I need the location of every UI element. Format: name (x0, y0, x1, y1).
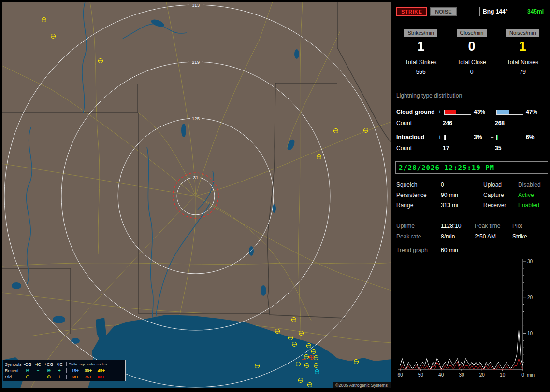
legend-col-pcg: +CG (43, 362, 54, 367)
svg-text:10: 10 (500, 372, 506, 378)
status-row-squelch: Squelch 0 Upload Disabled (396, 180, 547, 190)
trend-graph-header: Trend graph 60 min (396, 247, 547, 253)
age-code-60: 60+ (69, 375, 82, 379)
upload-status: Disabled (518, 182, 547, 188)
svg-text:40: 40 (438, 372, 444, 378)
cg-pos-pct: 43% (473, 109, 489, 115)
svg-text:20: 20 (479, 372, 485, 378)
ring-label-313: 313 (192, 2, 200, 8)
age-code-75: 75+ (82, 375, 95, 379)
mode-toolbar: STRIKE NOISE Bng 144° 345mi (395, 3, 548, 16)
trend-window-value: 60 min (441, 247, 458, 253)
receiver-status: Squelch 0 Upload Disabled Persistence 90… (396, 180, 547, 210)
stats-row-1: Uptime 1128:10 Peak time Plot (396, 223, 547, 233)
cg-neg-count: 268 (495, 120, 547, 126)
ring-label-125: 125 (192, 116, 200, 121)
uptime-value: 1128:10 (441, 223, 475, 233)
svg-text:min: min (527, 372, 535, 378)
age-code-15: 15+ (69, 368, 82, 373)
neg-cg-old-icon: ⊖ (22, 375, 33, 379)
legend-age-header: Strike age color codes (69, 362, 107, 366)
intracloud-row: Intracloud + 3% − 6% (396, 134, 547, 140)
svg-text:0: 0 (521, 372, 524, 378)
total-noises: Total Noises 79 (497, 59, 548, 75)
close-per-min-value: 0 (446, 39, 497, 54)
age-code-90: 90+ (95, 375, 108, 379)
pos-ic-recent-icon: + (54, 368, 65, 373)
strikes-per-min-value: 1 (395, 39, 446, 54)
stats-row-2: Peak rate 8/min 2:50 AM Strike (396, 233, 547, 244)
map-canvas: 313 219 125 31 (2, 2, 391, 388)
cg-pos-count: 246 (443, 120, 495, 126)
plus-sign: + (437, 134, 443, 140)
total-close: Total Close 0 (446, 59, 497, 75)
plot-mode-value: Strike (512, 233, 547, 244)
noises-per-min-label: Noises/min (506, 29, 539, 37)
noise-button[interactable]: NOISE (430, 7, 456, 16)
minus-sign: − (489, 134, 495, 140)
svg-text:50: 50 (418, 372, 424, 378)
intracloud-count-row: Count 17 35 (396, 145, 547, 152)
strike-button[interactable]: STRIKE (396, 7, 427, 16)
age-code-30: 30+ (82, 368, 95, 373)
session-stats: Uptime 1128:10 Peak time Plot Peak rate … (395, 218, 548, 244)
svg-text:60: 60 (397, 372, 403, 378)
svg-text:10: 10 (527, 331, 533, 336)
legend-symbols-header: Symbols (5, 362, 22, 367)
cloud-ground-row: Cloud-ground + 43% − 47% (396, 109, 547, 115)
neg-ic-old-icon: − (33, 375, 43, 379)
status-row-persistence: Persistence 90 min Capture Active (396, 190, 547, 200)
close-per-min-label: Close/min (457, 29, 487, 37)
ic-neg-count: 35 (495, 145, 547, 152)
status-panel: STRIKE NOISE Bng 144° 345mi Strikes/min … (395, 3, 548, 390)
strikes-per-min-label: Strikes/min (404, 29, 437, 37)
totals: Total Strikes 566 Total Close 0 Total No… (395, 59, 548, 75)
cloud-ground-count-row: Count 246 268 (396, 120, 547, 126)
strikes-per-min-counter: Strikes/min 1 (395, 29, 446, 54)
close-per-min-counter: Close/min 0 (446, 29, 497, 54)
ic-pos-pct: 3% (473, 134, 489, 140)
peak-time-value: 2:50 AM (475, 233, 512, 244)
cg-neg-bar (496, 110, 523, 115)
legend-col-pic: +IC (54, 362, 65, 367)
svg-text:30: 30 (527, 259, 533, 264)
pos-cg-recent-icon: ⊕ (43, 368, 54, 373)
lightning-map[interactable]: 313 219 125 31 Symbols -CG -IC +CG +IC S… (2, 2, 391, 388)
neg-ic-recent-icon: − (33, 368, 43, 373)
legend-col-ncg: -CG (22, 362, 33, 367)
bearing-range-value: 345mi (527, 8, 544, 15)
svg-text:20: 20 (527, 295, 533, 300)
age-code-45: 45+ (95, 368, 108, 373)
ic-pos-count: 17 (443, 145, 495, 152)
capture-status: Active (518, 192, 547, 198)
legend-recent-label: Recent (5, 368, 22, 373)
cg-pos-bar (444, 110, 471, 115)
copyright-notice: ©2005 Astrogenic Systems (333, 382, 391, 388)
status-row-range: Range 313 mi Receiver Enabled (396, 200, 547, 210)
ic-neg-bar (496, 135, 523, 140)
noises-per-min-counter: Noises/min 1 (497, 29, 548, 54)
cg-neg-pct: 47% (525, 109, 541, 115)
legend-col-nic: -IC (33, 362, 43, 367)
legend-old-label: Old (5, 375, 22, 379)
noises-per-min-value: 1 (497, 39, 548, 54)
total-strikes: Total Strikes 566 (395, 59, 446, 75)
receiver-status-value: Enabled (518, 202, 547, 209)
peak-rate-value: 8/min (441, 233, 475, 244)
datetime-display: 2/28/2026 12:25:19 PM (395, 161, 548, 174)
minus-sign: − (489, 109, 495, 115)
panel-divider (396, 85, 547, 85)
plus-sign: + (437, 109, 443, 115)
pos-cg-old-icon: ⊕ (43, 375, 54, 379)
ring-label-219: 219 (192, 59, 200, 65)
bearing-value: Bng 144° (483, 8, 507, 15)
ic-pos-bar (444, 135, 471, 140)
pos-ic-old-icon: + (54, 375, 65, 379)
map-legend: Symbols -CG -IC +CG +IC Strike age color… (3, 360, 126, 381)
bearing-display: Bng 144° 345mi (479, 7, 547, 16)
rate-counters: Strikes/min 1 Close/min 0 Noises/min 1 (395, 29, 548, 54)
ic-neg-pct: 6% (525, 134, 541, 140)
ring-label-31: 31 (193, 175, 199, 180)
trend-graph: 3020106050403020100min (395, 257, 548, 379)
neg-cg-recent-icon: ⊖ (22, 368, 33, 373)
